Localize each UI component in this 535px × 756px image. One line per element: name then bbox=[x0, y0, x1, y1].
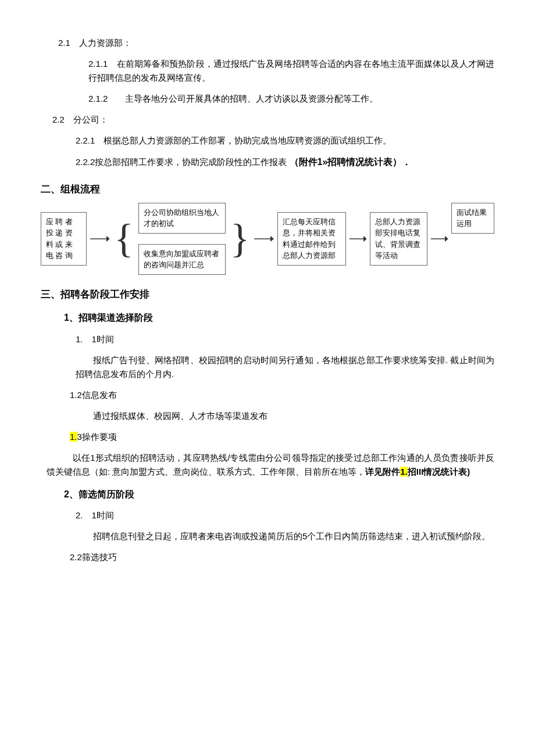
title: 人力资源部： bbox=[79, 38, 131, 48]
brace-close-icon: } bbox=[229, 218, 251, 259]
arrow-icon bbox=[254, 234, 273, 243]
p-1-3-body: 以任1形式组织的招聘活动，其应聘热线/专线需由分公司领导指定的接受过总部工作沟通… bbox=[41, 451, 494, 479]
para-2-1-2: 2.1.2 主导各地分公司开展具体的招聘、人才访谈以及资源分配等工作。 bbox=[41, 92, 494, 106]
para-2-2-1: 2.2.1 根据总部人力资源部的工作部署，协助完成当地应聘资源的面试组织工作。 bbox=[41, 134, 494, 148]
p-1-2: 1.2信息发布 bbox=[41, 388, 494, 402]
text: 应 聘 者投 递 资料 或 来电 咨 询 bbox=[46, 217, 73, 260]
arrow-icon bbox=[90, 234, 109, 243]
section-2-2-heading: 2.2 分公司： bbox=[41, 113, 494, 127]
p-1-2-body: 通过报纸媒体、校园网、人才市场等渠道发布 bbox=[41, 409, 494, 423]
p-2-1: 2. 1时间 bbox=[41, 508, 494, 522]
p-2-1-body: 招聘信息刊登之日起，应聘者来电咨询或投递简历后的5个工作日内简历筛选结束，进入初… bbox=[41, 529, 494, 543]
heading-stage-2: 2、筛选简历阶段 bbox=[41, 487, 494, 502]
attachment-ref: （附件1»招聘情况统计表）． bbox=[290, 157, 412, 167]
para-2-1-1: 2.1.1 在前期筹备和预热阶段，通过报纸广告及网络招聘等合适的内容在各地主流平… bbox=[41, 57, 494, 85]
p-1-3: 1.3操作要项 bbox=[41, 430, 494, 444]
flow-box-1: 应 聘 者投 递 资料 或 来电 咨 询 bbox=[41, 212, 87, 266]
p-2-2: 2.2筛选技巧 bbox=[41, 550, 494, 564]
title: 分公司： bbox=[73, 114, 108, 124]
bold-text: 招III情况统计表) bbox=[408, 467, 470, 476]
p-1-1: 1. 1时间 bbox=[41, 332, 494, 346]
flow-box-2a: 分公司协助组织当地人才的初试 bbox=[138, 203, 226, 234]
p-1-1-body: 报纸广告刊登、网络招聘、校园招聘的启动时间另行通知，各地根据总部工作要求统筹安排… bbox=[41, 353, 494, 381]
para-2-2-2: 2.2.2按总部招聘工作要求，协助完成阶段性的工作报表 （附件1»招聘情况统计表… bbox=[41, 155, 494, 170]
flow-box-5: 面试结果运用 bbox=[451, 203, 494, 234]
num: 2.1 bbox=[58, 38, 70, 48]
bold-text: 详见附件 bbox=[365, 467, 400, 476]
arrow-icon bbox=[431, 234, 448, 243]
highlight: 1. bbox=[70, 432, 77, 442]
heading-stage-1: 1、招聘渠道选择阶段 bbox=[41, 310, 494, 325]
num: 2.2 bbox=[52, 114, 65, 124]
flow-diagram: 应 聘 者投 递 资料 或 来电 咨 询 { 分公司协助组织当地人才的初试 收集… bbox=[41, 203, 494, 275]
text: 2.2.2按总部招聘工作要求，协助完成阶段性的工作报表 bbox=[76, 157, 287, 167]
highlight: 1. bbox=[400, 467, 408, 476]
flow-box-3: 汇总每天应聘信息，并将相关资料通过邮件给到总部人力资源部 bbox=[277, 212, 346, 266]
arrow-icon bbox=[349, 234, 366, 243]
heading-flow: 二、组根流程 bbox=[41, 181, 494, 197]
flow-box-2b: 收集意向加盟或应聘者的咨询问题并汇总 bbox=[138, 244, 226, 275]
flow-branch: 分公司协助组织当地人才的初试 收集意向加盟或应聘者的咨询问题并汇总 bbox=[138, 203, 226, 275]
section-2-1-heading: 2.1 人力资源部： bbox=[41, 36, 494, 50]
brace-open-icon: { bbox=[113, 218, 135, 259]
flow-box-4: 总部人力资源部安排电话复试、背景调查等活动 bbox=[370, 212, 427, 266]
heading-stages: 三、招聘各阶段工作安排 bbox=[41, 286, 494, 302]
svg-marker-3 bbox=[270, 236, 273, 242]
svg-marker-5 bbox=[363, 236, 366, 242]
text: 3操作要项 bbox=[77, 432, 117, 442]
svg-marker-7 bbox=[445, 236, 448, 242]
svg-marker-1 bbox=[106, 236, 109, 242]
